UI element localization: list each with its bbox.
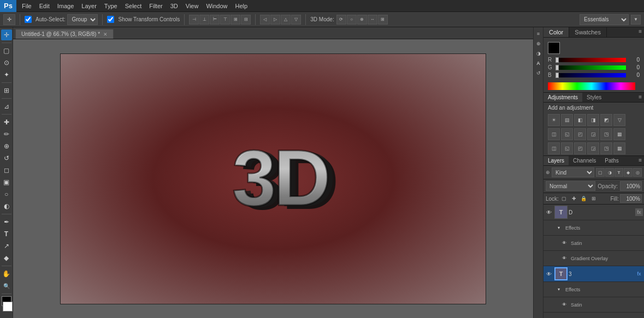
3d-pan-icon[interactable]: ⊕ bbox=[357, 15, 367, 25]
layer-3-effects-vis[interactable]: ▾ bbox=[554, 285, 563, 294]
menu-image[interactable]: Image bbox=[54, 2, 78, 10]
adj-extra2-icon[interactable]: ▦ bbox=[613, 142, 625, 154]
dist-top-icon[interactable]: ▽ bbox=[291, 15, 301, 25]
3d-slide-icon[interactable]: ↔ bbox=[368, 15, 377, 25]
history-icon[interactable]: ↺ bbox=[534, 69, 543, 77]
tab-channels[interactable]: Channels bbox=[569, 156, 600, 165]
tool-shape[interactable]: ◆ bbox=[1, 253, 12, 263]
menu-window[interactable]: Window bbox=[203, 2, 231, 10]
blue-slider[interactable] bbox=[556, 73, 626, 77]
auto-select-dropdown[interactable]: Group Layer bbox=[67, 14, 98, 25]
adj-vibrance-icon[interactable]: ◩ bbox=[600, 114, 612, 126]
adj-extra1-icon[interactable]: ◳ bbox=[600, 142, 612, 154]
auto-select-checkbox[interactable] bbox=[25, 16, 32, 23]
align-center-icon[interactable]: ⊥ bbox=[199, 15, 209, 25]
menu-edit[interactable]: Edit bbox=[36, 2, 53, 10]
layer-item-d[interactable]: 👁 T D fx bbox=[543, 205, 644, 220]
menu-select[interactable]: Select bbox=[122, 2, 145, 10]
adj-bw-icon[interactable]: ◱ bbox=[561, 128, 573, 140]
adj-posterize-icon[interactable]: ◫ bbox=[548, 142, 560, 154]
menu-help[interactable]: Help bbox=[232, 2, 251, 10]
lock-all-icon[interactable]: 🔒 bbox=[580, 194, 588, 203]
panel-options-icon[interactable]: ≡ bbox=[534, 29, 543, 38]
adj-photo-icon[interactable]: ◰ bbox=[574, 128, 586, 140]
tool-dodge[interactable]: ◐ bbox=[1, 201, 12, 212]
red-slider[interactable] bbox=[556, 58, 626, 62]
align-middle-icon[interactable]: ⊞ bbox=[231, 15, 240, 25]
lock-artboard-icon[interactable]: ⊞ bbox=[589, 194, 598, 203]
adj-exposure-icon[interactable]: ◨ bbox=[587, 114, 599, 126]
tool-move[interactable]: ✛ bbox=[1, 29, 12, 40]
tool-hand[interactable]: ✋ bbox=[1, 268, 12, 279]
tool-eraser[interactable]: ◻ bbox=[1, 165, 12, 176]
adj-color-lookup-icon[interactable]: ◳ bbox=[600, 128, 612, 140]
lock-pixels-icon[interactable]: ▢ bbox=[560, 194, 569, 203]
tool-spot-heal[interactable]: ✚ bbox=[1, 117, 12, 128]
align-right-icon[interactable]: ⊢ bbox=[210, 15, 220, 25]
menu-view[interactable]: View bbox=[182, 2, 202, 10]
filter-shape-icon[interactable]: ◆ bbox=[624, 168, 633, 177]
layer-3-satin-vis[interactable]: 👁 bbox=[560, 301, 569, 309]
background-color[interactable] bbox=[3, 302, 13, 311]
filter-pixel-icon[interactable]: ▢ bbox=[596, 168, 605, 177]
close-tab-button[interactable]: ✕ bbox=[103, 32, 108, 37]
tool-history-brush[interactable]: ↺ bbox=[1, 153, 12, 164]
type-icon[interactable]: A bbox=[534, 59, 543, 68]
tab-paths[interactable]: Paths bbox=[600, 156, 623, 165]
adj-channel-mix-icon[interactable]: ◲ bbox=[587, 128, 599, 140]
filter-type-icon[interactable]: T bbox=[615, 168, 623, 177]
tool-gradient[interactable]: ▣ bbox=[1, 177, 12, 188]
adj-invert-icon[interactable]: ▦ bbox=[613, 128, 625, 140]
tool-brush[interactable]: ✏ bbox=[1, 129, 12, 140]
menu-type[interactable]: Type bbox=[101, 2, 121, 10]
color-panel-menu[interactable]: ≡ bbox=[636, 27, 644, 37]
layer-3-visibility[interactable]: 👁 bbox=[545, 269, 553, 278]
layer-d-satin-vis[interactable]: 👁 bbox=[560, 239, 569, 248]
tool-text[interactable]: T bbox=[1, 229, 12, 239]
adj-threshold-icon[interactable]: ◱ bbox=[561, 142, 573, 154]
tool-crop[interactable]: ⊞ bbox=[1, 85, 12, 96]
tab-color[interactable]: Color bbox=[543, 27, 569, 37]
workspace-arrow-icon[interactable]: ▼ bbox=[631, 15, 641, 25]
blend-mode-select[interactable]: Normal bbox=[546, 181, 595, 191]
dist-right-icon[interactable]: △ bbox=[281, 15, 291, 25]
tool-path-select[interactable]: ↗ bbox=[1, 241, 12, 251]
tab-layers[interactable]: Layers bbox=[543, 156, 569, 165]
layer-3-fx[interactable]: fx bbox=[635, 270, 643, 278]
dist-left-icon[interactable]: ◁ bbox=[260, 15, 270, 25]
fill-input[interactable] bbox=[620, 194, 642, 203]
layer-kind-select[interactable]: Kind bbox=[552, 167, 594, 177]
opacity-input[interactable] bbox=[620, 181, 642, 191]
menu-3d[interactable]: 3D bbox=[167, 2, 181, 10]
adjustments-panel-menu[interactable]: ≡ bbox=[636, 93, 644, 102]
color-fg-swatch[interactable] bbox=[548, 42, 560, 54]
adj-hsl-icon[interactable]: ▽ bbox=[613, 114, 625, 126]
tool-blur[interactable]: ○ bbox=[1, 189, 12, 200]
move-tool-button[interactable]: ✛ bbox=[3, 14, 15, 25]
layer-d-effects-vis[interactable]: ▾ bbox=[554, 224, 563, 232]
layer-d-fx[interactable]: fx bbox=[635, 208, 643, 216]
green-slider[interactable] bbox=[556, 65, 626, 70]
adjustment-icon[interactable]: ◑ bbox=[534, 49, 543, 58]
menu-file[interactable]: File bbox=[19, 2, 35, 10]
layer-3-gradient-vis[interactable]: 👁 bbox=[560, 316, 569, 319]
workspace-dropdown[interactable]: Essentials bbox=[580, 14, 629, 25]
lock-position-icon[interactable]: ✚ bbox=[570, 194, 578, 203]
adj-brightness-icon[interactable]: ☀ bbox=[548, 114, 560, 126]
tool-magic-wand[interactable]: ✦ bbox=[1, 69, 12, 80]
tool-pen[interactable]: ✒ bbox=[1, 217, 12, 227]
tab-styles[interactable]: Styles bbox=[582, 93, 606, 102]
tool-lasso[interactable]: ⊙ bbox=[1, 57, 12, 68]
color-spectrum[interactable] bbox=[548, 82, 635, 90]
adj-curves-icon[interactable]: ◧ bbox=[574, 114, 586, 126]
adj-gradient-map-icon[interactable]: ◰ bbox=[574, 142, 586, 154]
layers-panel-menu[interactable]: ≡ bbox=[636, 156, 644, 165]
tool-eyedropper[interactable]: ⊿ bbox=[1, 101, 12, 112]
3d-scale-icon[interactable]: ⊞ bbox=[378, 15, 388, 25]
layer-d-gradient-vis[interactable]: 👁 bbox=[560, 254, 569, 263]
filter-smart-icon[interactable]: ◎ bbox=[633, 168, 642, 177]
adj-colorbalance-icon[interactable]: ◫ bbox=[548, 128, 560, 140]
color-picker-icon[interactable]: ⊕ bbox=[534, 39, 543, 48]
filter-adj-icon[interactable]: ◑ bbox=[605, 168, 614, 177]
adj-levels-icon[interactable]: ▤ bbox=[561, 114, 573, 126]
